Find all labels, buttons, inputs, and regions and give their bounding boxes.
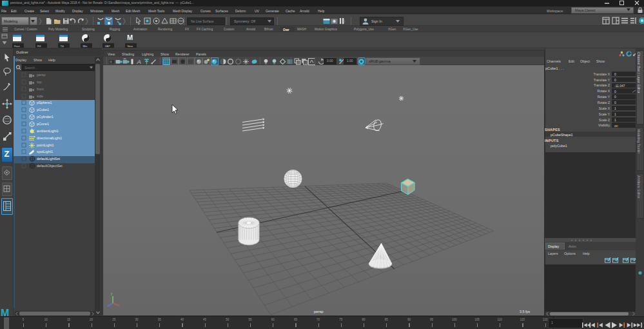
svg-text:A: A bbox=[136, 58, 141, 65]
svg-text:y: y bbox=[111, 292, 113, 295]
